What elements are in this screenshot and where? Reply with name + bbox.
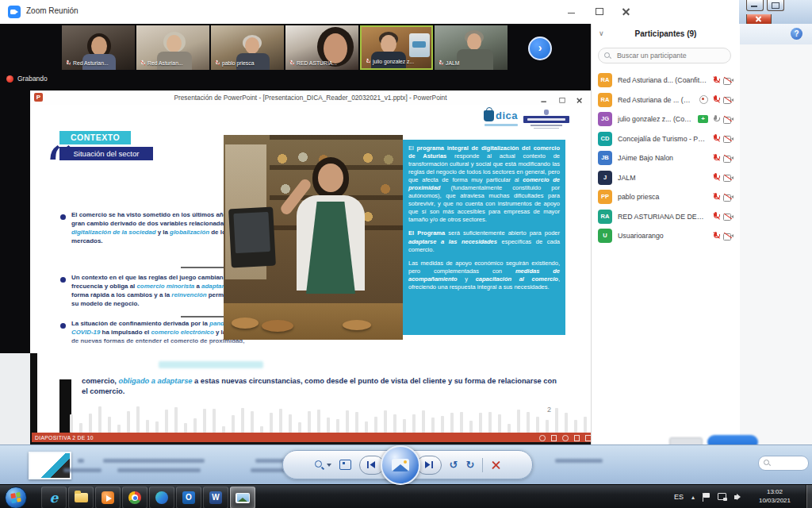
participant-row[interactable]: JG julio gonzalez z... (Coanfitrión): [598, 112, 733, 126]
bg-restore-button[interactable]: [767, 0, 784, 11]
search-input[interactable]: [615, 51, 722, 60]
slide-photo-shopkeeper: [224, 135, 403, 340]
taskbar-edge-button[interactable]: [149, 487, 174, 508]
minimize-icon[interactable]: [565, 6, 578, 17]
taskbar: e O W ES ▴ 13:02 10/03/2021: [0, 484, 812, 508]
camera-off-icon[interactable]: [723, 155, 733, 162]
bg-minimize-button[interactable]: [746, 0, 764, 11]
clock[interactable]: 13:02 10/03/2021: [750, 488, 799, 506]
camera-off-icon[interactable]: [723, 174, 733, 181]
mic-muted-icon: [214, 60, 219, 67]
mic-muted-icon[interactable]: [712, 76, 719, 85]
delete-icon[interactable]: [491, 460, 501, 470]
restore-icon[interactable]: [557, 96, 567, 104]
play-slideshow-button[interactable]: [381, 445, 420, 485]
camera-off-icon[interactable]: [723, 233, 733, 240]
help-icon[interactable]: ?: [791, 28, 802, 40]
zoom-dropdown[interactable]: [314, 460, 331, 470]
close-icon[interactable]: [620, 6, 633, 17]
start-button[interactable]: [5, 487, 27, 508]
participant-row[interactable]: JB JAime Bajo Nalon: [598, 151, 733, 165]
participant-row[interactable]: CD Concejalía de Turismo - Pravia: [598, 132, 733, 146]
background-window-body: [739, 44, 812, 444]
video-tile-name: RED ASTURIA...: [297, 60, 337, 66]
taskbar-word-button[interactable]: W: [203, 487, 228, 508]
tray-expand-icon[interactable]: ▴: [691, 494, 695, 501]
normal-view-icon[interactable]: [574, 435, 580, 441]
camera-off-icon[interactable]: [723, 135, 733, 142]
avatar: JB: [598, 151, 612, 165]
participant-row[interactable]: RA Red Asturiana d... (Coanfitrión, yo): [598, 73, 733, 87]
dica-logo-text: dica: [496, 110, 518, 121]
participant-name: Concejalía de Turismo - Pravia: [618, 135, 707, 143]
powerpoint-titlebar[interactable]: P Presentación de PowerPoint - [Presenta…: [30, 90, 591, 106]
maximize-icon[interactable]: [593, 6, 606, 17]
show-desktop-button[interactable]: [806, 485, 812, 508]
mic-muted-icon[interactable]: [712, 154, 719, 163]
slide-notes-continuation: comercio, obligado a adaptarse a estas n…: [82, 376, 557, 398]
participant-row[interactable]: J JALM: [598, 171, 733, 185]
video-tile-name: JALM: [446, 60, 459, 66]
camera-off-icon[interactable]: [723, 213, 733, 220]
participant-row[interactable]: RA Red Asturiana de ... (Anfitrión): [598, 93, 733, 107]
rotate-ccw-icon[interactable]: ↺: [450, 460, 458, 470]
video-tile[interactable]: Red Asturian...: [136, 25, 209, 70]
camera-off-icon[interactable]: [723, 116, 733, 123]
taskbar-outlook-button[interactable]: O: [176, 487, 201, 508]
action-center-flag-icon[interactable]: [703, 493, 710, 502]
slide-page-number: 2: [547, 406, 551, 414]
video-tile[interactable]: pablo priesca: [211, 25, 284, 70]
mic-muted-icon: [140, 60, 144, 67]
status-bar-label: DIAPOSITIVA 2 DE 10: [35, 435, 94, 441]
next-videos-arrow-button[interactable]: ›: [528, 37, 552, 60]
mic-muted-icon[interactable]: [712, 193, 719, 202]
explorer-search-box[interactable]: [758, 456, 809, 471]
fit-to-window-icon[interactable]: [339, 460, 351, 470]
camera-off-icon[interactable]: [723, 77, 733, 84]
system-tray: ES ▴ 13:02 10/03/2021: [674, 485, 812, 508]
avatar: RA: [598, 210, 612, 224]
taskbar-explorer-button[interactable]: [68, 487, 94, 508]
language-indicator[interactable]: ES: [674, 493, 684, 501]
rotate-cw-icon[interactable]: ↻: [466, 460, 475, 470]
word-icon: W: [209, 491, 222, 504]
mic-muted-icon[interactable]: [712, 232, 719, 241]
video-tile[interactable]: JALM: [435, 25, 508, 70]
participant-row[interactable]: RA RED ASTURIANA DE DESARROLL...: [598, 210, 733, 224]
shopping-bag-icon: [484, 110, 494, 121]
mic-muted-icon[interactable]: [712, 134, 719, 143]
taskbar-mediaplayer-button[interactable]: [95, 487, 121, 508]
taskbar-photoviewer-button[interactable]: [230, 487, 255, 508]
internet-explorer-icon: e: [50, 490, 59, 506]
photo-band: comercio, obligado a adaptarse a estas n…: [30, 353, 629, 444]
video-tile-name: pablo priesca: [222, 60, 254, 66]
menu-icon[interactable]: [562, 435, 569, 441]
participant-row[interactable]: U Usuarioarango: [598, 229, 733, 243]
network-icon[interactable]: [718, 493, 727, 501]
camera-off-icon[interactable]: [723, 194, 733, 201]
avatar: JG: [598, 112, 612, 126]
notes-icon[interactable]: [539, 435, 546, 441]
mic-muted-icon[interactable]: [712, 173, 719, 182]
close-icon[interactable]: [575, 96, 584, 104]
viewer-background: [0, 353, 30, 444]
gobierno-bar: [523, 116, 569, 123]
taskbar-ie-button[interactable]: e: [41, 487, 67, 508]
mic-muted-icon[interactable]: [712, 95, 719, 104]
taskbar-chrome-button[interactable]: [122, 487, 147, 508]
avatar: RA: [598, 93, 612, 107]
avatar: PP: [598, 190, 612, 204]
mic-muted-icon[interactable]: [712, 212, 719, 221]
participant-row[interactable]: PP pablo priesca: [598, 190, 733, 204]
audio-waveform-strip: [70, 401, 625, 433]
participant-search[interactable]: [598, 48, 731, 64]
minimize-icon[interactable]: [539, 96, 549, 104]
mic-on-icon[interactable]: [712, 115, 719, 124]
camera-off-icon[interactable]: [723, 96, 733, 103]
video-tile[interactable]: RED ASTURIA...: [285, 25, 358, 70]
mic-muted-icon: [65, 60, 70, 67]
video-tile-active-speaker[interactable]: julio gonzalez z...: [360, 25, 433, 70]
video-tile[interactable]: Red Asturian...: [62, 25, 135, 70]
comments-icon[interactable]: [551, 435, 557, 441]
volume-icon[interactable]: [734, 493, 744, 502]
